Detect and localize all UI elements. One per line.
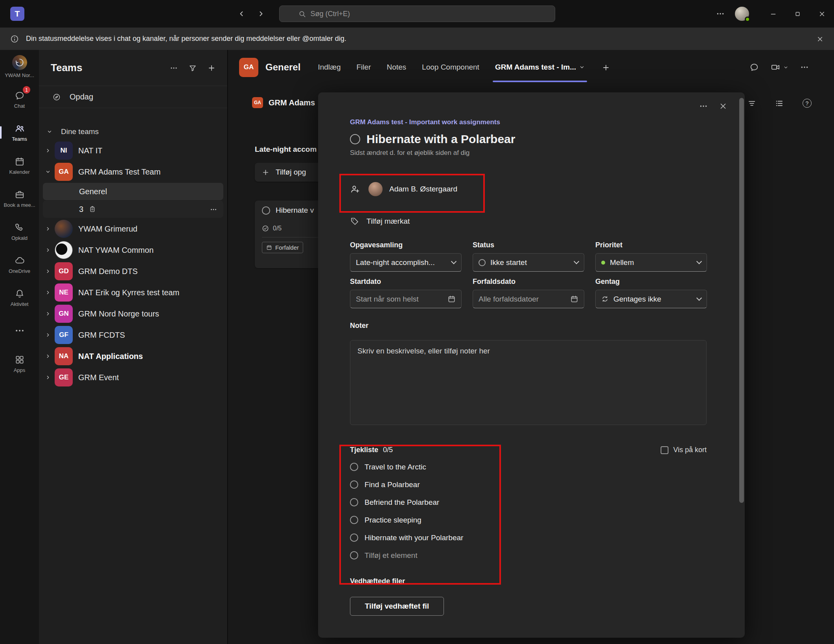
search-box[interactable] (279, 6, 555, 22)
task-complete-radio[interactable] (350, 134, 360, 144)
team-item-nat-applications[interactable]: NA NAT Applications (39, 346, 227, 367)
maximize-button[interactable] (785, 0, 810, 28)
dialog-scrollbar[interactable] (739, 96, 744, 634)
rail-item-bookings[interactable]: Book a mee... (0, 182, 39, 215)
close-window-button[interactable] (810, 0, 834, 28)
notes-label: Noter (350, 322, 707, 330)
attachments-label: Vedhæftede filer (350, 577, 707, 585)
team-item-grm-demo-dts[interactable]: GD GRM Demo DTS (39, 261, 227, 282)
checklist-item-radio[interactable] (350, 480, 358, 489)
priority-dropdown[interactable]: Mellem (595, 253, 707, 272)
dialog-more-icon[interactable] (699, 102, 708, 110)
rail-item-activity[interactable]: Aktivitet (0, 281, 39, 314)
sidebar-more-icon[interactable] (170, 64, 178, 72)
add-tag-row[interactable]: Tilføj mærkat (350, 217, 707, 226)
task-card-title: Hibernate v (276, 206, 314, 215)
chevron-down-icon (696, 295, 702, 301)
chevron-down-icon (574, 259, 579, 264)
teams-logo: T (10, 7, 24, 21)
channel-item-generel[interactable]: Generel (43, 183, 223, 200)
rail-item-apps[interactable]: Apps (0, 347, 39, 380)
team-item-nat-it[interactable]: NI NAT IT (39, 140, 227, 161)
tab-indlaeg[interactable]: Indlæg (318, 50, 341, 85)
team-item-ywam-grimerud[interactable]: YWAM Grimerud (39, 218, 227, 239)
dialog-breadcrumb[interactable]: GRM Adams test - Important work assignme… (350, 92, 707, 126)
rail-item-org[interactable]: YWAM Nor... (0, 50, 39, 83)
sidebar-add-icon[interactable] (208, 64, 215, 72)
checklist-item[interactable]: Travel to the Arctic (350, 458, 707, 476)
main-content: GA Generel Indlæg Filer Notes Loop Compo… (228, 50, 834, 644)
filter-icon[interactable] (747, 99, 756, 108)
section-your-teams[interactable]: Dine teams (39, 123, 227, 140)
forward-button[interactable] (257, 10, 265, 18)
group-list-icon[interactable] (775, 99, 784, 108)
tab-notes[interactable]: Notes (387, 50, 406, 85)
meet-now-button[interactable] (771, 63, 788, 72)
team-item-grm-nord-norge[interactable]: GN GRM Nord Norge tours (39, 303, 227, 324)
info-icon (10, 35, 19, 43)
notes-textarea[interactable] (350, 340, 707, 425)
chevron-right-icon (45, 311, 51, 316)
bucket-dropdown[interactable]: Late-night accomplish... (350, 253, 462, 272)
task-title[interactable]: Hibernate with a Polarbear (366, 132, 515, 146)
user-avatar[interactable] (735, 7, 749, 21)
team-avatar: GE (55, 368, 73, 386)
person-add-icon (350, 184, 360, 194)
status-dropdown[interactable]: Ikke startet (473, 253, 584, 272)
checklist-item[interactable]: Hibernate with your Polarbear (350, 529, 707, 546)
rail-item-teams[interactable]: Teams (0, 116, 39, 149)
search-input[interactable] (311, 10, 531, 18)
checklist-add-item[interactable]: Tilføj et element (350, 546, 707, 564)
checklist-item[interactable]: Practice sleeping (350, 511, 707, 529)
back-button[interactable] (237, 10, 245, 18)
show-on-card-toggle[interactable]: Vis på kort (661, 446, 707, 454)
due-date-field[interactable]: Alle forfaldsdatoer (473, 290, 584, 308)
rail-item-more[interactable] (0, 314, 39, 347)
titlebar: T (0, 0, 834, 28)
start-date-label: Startdato (350, 278, 462, 286)
search-icon (298, 10, 306, 18)
tab-grm-adams-test[interactable]: GRM Adams test - Im... (495, 50, 585, 85)
checklist-item-radio[interactable] (350, 516, 358, 524)
channel-more-icon[interactable] (800, 63, 809, 72)
team-item-grm-event[interactable]: GE GRM Event (39, 367, 227, 388)
tab-loop-component[interactable]: Loop Component (422, 50, 479, 85)
checklist-item[interactable]: Find a Polarbear (350, 476, 707, 493)
add-tab-icon[interactable] (602, 63, 610, 72)
check-circle-icon (262, 225, 269, 232)
task-complete-radio[interactable] (262, 206, 270, 215)
checklist-item-radio[interactable] (350, 534, 358, 542)
checklist-item-radio[interactable] (350, 463, 358, 471)
dialog-close-icon[interactable] (719, 102, 727, 110)
assignee-row[interactable]: Adam B. Østergaard (350, 182, 707, 196)
channel-more-icon[interactable] (210, 205, 217, 214)
checklist-item-radio[interactable] (350, 498, 358, 506)
rail-item-chat[interactable]: 1 Chat (0, 83, 39, 116)
sidebar-item-discover[interactable]: Opdag (39, 86, 227, 108)
channel-item-3[interactable]: 3 (43, 201, 223, 218)
calendar-icon (15, 156, 25, 167)
scrollbar-thumb[interactable] (739, 98, 744, 503)
checkbox-icon[interactable] (661, 446, 668, 454)
team-item-grm-adams[interactable]: GA GRM Adams Test Team (39, 161, 227, 182)
rail-item-calendar[interactable]: Kalender (0, 149, 39, 182)
banner-close-icon[interactable] (816, 35, 824, 43)
channel-title: Generel (265, 62, 300, 73)
tab-filer[interactable]: Filer (357, 50, 371, 85)
start-date-field[interactable]: Start når som helst (350, 290, 462, 308)
repeat-dropdown[interactable]: Gentages ikke (595, 290, 707, 308)
channel-chat-icon[interactable] (749, 63, 759, 72)
help-icon[interactable]: ? (803, 99, 812, 108)
sidebar-filter-icon[interactable] (189, 64, 197, 72)
team-item-grm-fcdts[interactable]: GF GRM FCDTS (39, 324, 227, 346)
add-attachment-button[interactable]: Tilføj vedhæftet fil (350, 597, 444, 616)
titlebar-more-icon[interactable] (716, 9, 725, 18)
minimize-button[interactable] (761, 0, 785, 28)
chevron-right-icon (45, 375, 51, 380)
priority-field-label: Prioritet (595, 241, 707, 249)
checklist-item[interactable]: Befriend the Polarbear (350, 493, 707, 511)
rail-item-calls[interactable]: Opkald (0, 215, 39, 248)
team-item-nat-erik[interactable]: NE NAT Erik og Kyrres test team (39, 282, 227, 303)
rail-item-onedrive[interactable]: OneDrive (0, 248, 39, 281)
team-item-nat-ywam-common[interactable]: NAT YWAM Common (39, 239, 227, 261)
